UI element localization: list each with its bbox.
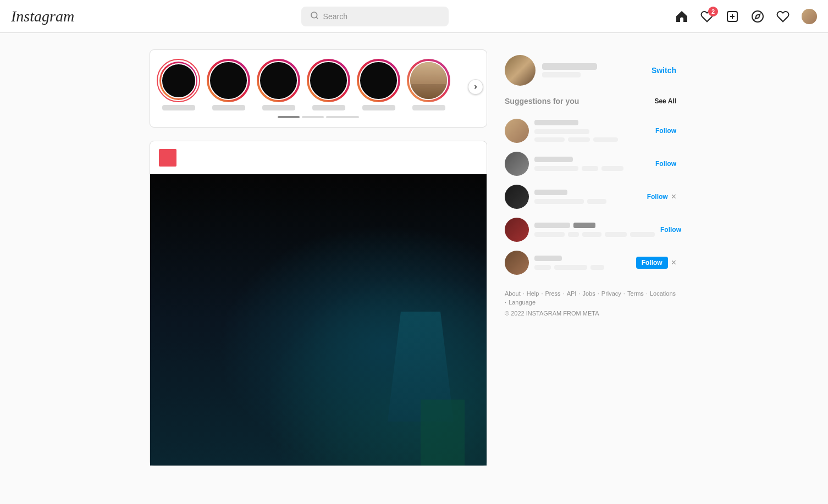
- suggestion-meta2: [554, 265, 587, 270]
- suggestion-text: [534, 256, 631, 270]
- suggestion-item: Follow ×: [503, 180, 678, 213]
- suggestions-header: Suggestions for you See All: [503, 97, 678, 106]
- svg-point-0: [311, 12, 317, 18]
- main-nav: 2: [675, 9, 817, 24]
- dismiss-button[interactable]: ×: [671, 258, 676, 268]
- follow-button-blue[interactable]: Follow: [636, 257, 668, 269]
- suggestion-meta: [534, 129, 589, 134]
- follow-button[interactable]: Follow: [655, 160, 676, 168]
- search-bar: [301, 7, 449, 26]
- profile-info: [505, 55, 597, 86]
- create-icon[interactable]: [726, 10, 739, 23]
- switch-button[interactable]: Switch: [652, 66, 676, 75]
- footer-link-api[interactable]: API: [567, 290, 577, 297]
- footer-link-jobs[interactable]: Jobs: [582, 290, 595, 297]
- suggestion-text: [534, 190, 642, 204]
- stories-scroll-indicator: [157, 116, 480, 118]
- svg-marker-6: [755, 14, 760, 18]
- search-icon: [310, 11, 319, 22]
- header: Instagram 2: [0, 0, 828, 33]
- suggestion-meta: [534, 199, 584, 204]
- story-username: [162, 105, 195, 110]
- logo[interactable]: Instagram: [11, 8, 74, 25]
- footer-copyright: © 2022 INSTAGRAM FROM META: [505, 310, 676, 317]
- story-item[interactable]: [357, 59, 400, 110]
- suggestion-detail2: [568, 137, 590, 142]
- suggestion-avatar[interactable]: [505, 119, 529, 143]
- suggestion-meta: [534, 232, 565, 237]
- story-username: [212, 105, 245, 110]
- sidebar: Switch Suggestions for you See All Follo…: [503, 49, 678, 466]
- stories-row: [157, 59, 480, 110]
- suggestion-avatar[interactable]: [505, 185, 529, 209]
- profile-text: [542, 63, 597, 77]
- svg-point-5: [752, 11, 763, 22]
- suggestion-meta: [534, 166, 578, 171]
- footer-link-privacy[interactable]: Privacy: [601, 290, 621, 297]
- suggestion-avatar[interactable]: [505, 218, 529, 242]
- story-username: [362, 105, 395, 110]
- suggestion-meta2: [582, 166, 598, 171]
- follow-button[interactable]: Follow: [647, 193, 668, 201]
- profile-avatar-image: [505, 55, 536, 86]
- suggestion-item: Follow: [503, 213, 678, 246]
- suggestion-item: Follow ×: [503, 246, 678, 279]
- footer-link-help[interactable]: Help: [527, 290, 539, 297]
- suggestion-meta3: [590, 265, 604, 270]
- footer-link-terms[interactable]: Terms: [627, 290, 644, 297]
- notification-badge: 2: [708, 7, 718, 16]
- search-input[interactable]: [323, 12, 440, 21]
- story-username: [312, 105, 345, 110]
- feed-column: [150, 49, 487, 466]
- suggestion-username: [534, 190, 567, 195]
- dismiss-button[interactable]: ×: [671, 192, 676, 202]
- scroll-dot: [326, 116, 359, 118]
- home-icon[interactable]: [675, 10, 688, 23]
- suggestion-avatar[interactable]: [505, 251, 529, 275]
- svg-line-1: [316, 17, 318, 19]
- footer-link-locations[interactable]: Locations: [650, 290, 676, 297]
- story-username: [262, 105, 295, 110]
- profile-username: [542, 63, 597, 70]
- see-all-button[interactable]: See All: [654, 97, 676, 105]
- post-user-indicator: [159, 149, 176, 167]
- story-item[interactable]: [307, 59, 350, 110]
- stories-next-button[interactable]: [468, 79, 483, 95]
- main-content: Switch Suggestions for you See All Follo…: [0, 33, 828, 483]
- suggestion-meta5: [630, 232, 655, 237]
- notifications-icon[interactable]: 2: [700, 10, 714, 23]
- story-item[interactable]: [407, 59, 450, 110]
- footer-link-press[interactable]: Press: [545, 290, 561, 297]
- suggestions-title: Suggestions for you: [505, 97, 579, 106]
- profile-subtext: [542, 72, 581, 77]
- post-image-content: [150, 174, 487, 466]
- suggestion-meta2: [568, 232, 579, 237]
- profile-avatar[interactable]: [505, 55, 536, 86]
- scroll-dot: [278, 116, 300, 118]
- story-item[interactable]: [157, 59, 200, 110]
- suggestion-text: [534, 223, 655, 237]
- suggestion-avatar[interactable]: [505, 152, 529, 176]
- suggestion-meta2: [587, 199, 606, 204]
- footer-links-row: About · Help · Press · API · Jobs · Priv…: [505, 290, 676, 306]
- activity-icon[interactable]: [776, 10, 790, 23]
- footer-link-language[interactable]: Language: [509, 299, 536, 306]
- suggestion-badge: [573, 223, 595, 228]
- scroll-dot: [302, 116, 324, 118]
- follow-button[interactable]: Follow: [655, 127, 676, 135]
- follow-button[interactable]: Follow: [660, 226, 681, 234]
- suggestion-detail: [534, 137, 565, 142]
- profile-nav-avatar[interactable]: [802, 9, 817, 24]
- suggestion-username: [534, 223, 570, 228]
- suggestion-username: [534, 157, 573, 162]
- footer-link-about[interactable]: About: [505, 290, 521, 297]
- suggestion-meta3: [601, 166, 623, 171]
- story-item[interactable]: [207, 59, 250, 110]
- explore-icon[interactable]: [751, 10, 764, 23]
- user-avatar-nav: [802, 9, 817, 24]
- suggestion-item: Follow: [503, 114, 678, 147]
- post-header: [150, 141, 487, 174]
- suggestion-meta4: [605, 232, 627, 237]
- story-item[interactable]: [257, 59, 300, 110]
- story-username: [412, 105, 445, 110]
